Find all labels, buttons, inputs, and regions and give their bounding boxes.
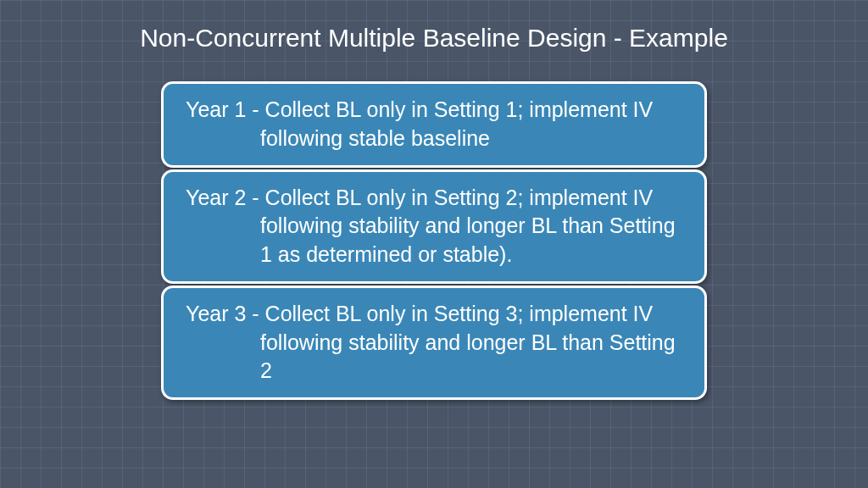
year-box-1: Year 1 - Collect BL only in Setting 1; i…: [161, 81, 707, 168]
year-box-2-text: Year 2 - Collect BL only in Setting 2; i…: [218, 184, 687, 269]
year-box-3: Year 3 - Collect BL only in Setting 3; i…: [161, 286, 707, 400]
year-box-1-text: Year 1 - Collect BL only in Setting 1; i…: [218, 96, 687, 153]
year-box-3-text: Year 3 - Collect BL only in Setting 3; i…: [218, 300, 687, 385]
slide-title: Non-Concurrent Multiple Baseline Design …: [0, 24, 868, 53]
year-box-2: Year 2 - Collect BL only in Setting 2; i…: [161, 169, 707, 284]
content-boxes: Year 1 - Collect BL only in Setting 1; i…: [161, 81, 707, 402]
